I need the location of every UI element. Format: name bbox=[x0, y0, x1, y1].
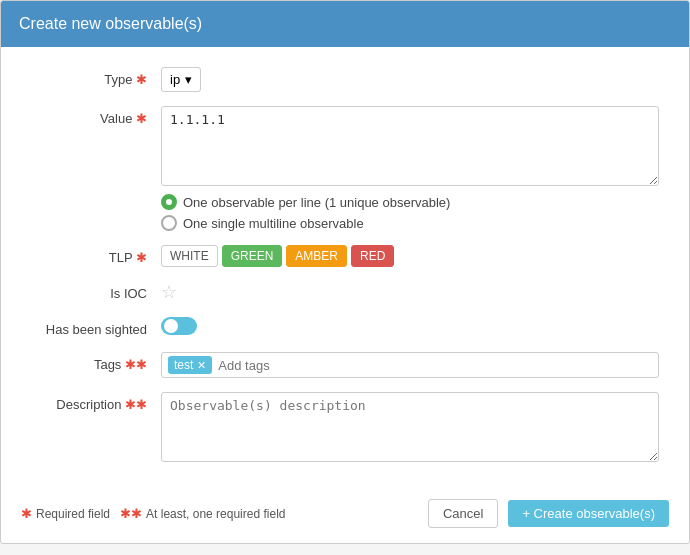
legend-at-least-text: At least, one required field bbox=[146, 507, 285, 521]
tlp-green-button[interactable]: GREEN bbox=[222, 245, 283, 267]
value-control: 1.1.1.1 One observable per line (1 uniqu… bbox=[161, 106, 659, 231]
tag-test-label: test bbox=[174, 358, 193, 372]
legend-required-item: ✱ Required field bbox=[21, 506, 110, 521]
footer-legend: ✱ Required field ✱✱ At least, one requir… bbox=[21, 506, 285, 521]
radio-one-per-line[interactable]: One observable per line (1 unique observ… bbox=[161, 194, 659, 210]
tlp-label: TLP ✱ bbox=[31, 245, 161, 265]
value-row: Value ✱ 1.1.1.1 One observable per line … bbox=[31, 106, 659, 231]
has-been-sighted-row: Has been sighted bbox=[31, 317, 659, 338]
description-control bbox=[161, 392, 659, 465]
type-value: ip bbox=[170, 72, 180, 87]
dropdown-arrow-icon: ▾ bbox=[185, 72, 192, 87]
tlp-white-button[interactable]: WHITE bbox=[161, 245, 218, 267]
modal-body: Type ✱ ip ▾ Value ✱ 1.1.1.1 bbox=[1, 47, 689, 489]
legend-at-least-item: ✱✱ At least, one required field bbox=[120, 506, 285, 521]
cancel-button[interactable]: Cancel bbox=[428, 499, 498, 528]
is-ioc-row: Is IOC ☆ bbox=[31, 281, 659, 303]
legend-required-text: Required field bbox=[36, 507, 110, 521]
tlp-red-button[interactable]: RED bbox=[351, 245, 394, 267]
create-observable-modal: Create new observable(s) Type ✱ ip ▾ Val… bbox=[0, 0, 690, 544]
tlp-control: WHITE GREEN AMBER RED bbox=[161, 245, 659, 267]
value-textarea[interactable]: 1.1.1.1 bbox=[161, 106, 659, 186]
description-row: Description ✱✱ bbox=[31, 392, 659, 465]
is-ioc-control: ☆ bbox=[161, 281, 659, 303]
footer-actions: Cancel + Create observable(s) bbox=[428, 499, 669, 528]
type-label: Type ✱ bbox=[31, 67, 161, 87]
is-ioc-star-icon[interactable]: ☆ bbox=[161, 282, 177, 302]
is-ioc-label: Is IOC bbox=[31, 281, 161, 301]
value-label: Value ✱ bbox=[31, 106, 161, 126]
radio-group: One observable per line (1 unique observ… bbox=[161, 194, 659, 231]
tag-test-remove[interactable]: ✕ bbox=[197, 359, 206, 372]
create-observable-button[interactable]: + Create observable(s) bbox=[508, 500, 669, 527]
radio-multiline[interactable]: One single multiline observable bbox=[161, 215, 659, 231]
tag-test: test ✕ bbox=[168, 356, 212, 374]
legend-required-star: ✱ bbox=[21, 506, 32, 521]
value-required-star: ✱ bbox=[136, 111, 147, 126]
tlp-amber-button[interactable]: AMBER bbox=[286, 245, 347, 267]
tlp-required-star: ✱ bbox=[136, 250, 147, 265]
description-label: Description ✱✱ bbox=[31, 392, 161, 412]
tlp-row: TLP ✱ WHITE GREEN AMBER RED bbox=[31, 245, 659, 267]
type-control: ip ▾ bbox=[161, 67, 659, 92]
description-textarea[interactable] bbox=[161, 392, 659, 462]
tags-add-input[interactable] bbox=[218, 358, 652, 373]
has-been-sighted-control bbox=[161, 317, 659, 338]
tags-row: Tags ✱✱ test ✕ bbox=[31, 352, 659, 378]
description-required-double: ✱✱ bbox=[125, 397, 147, 412]
legend-double-star: ✱✱ bbox=[120, 506, 142, 521]
tags-label: Tags ✱✱ bbox=[31, 352, 161, 372]
toggle-circle bbox=[164, 319, 178, 333]
modal-footer: ✱ Required field ✱✱ At least, one requir… bbox=[1, 489, 689, 543]
type-select-button[interactable]: ip ▾ bbox=[161, 67, 201, 92]
type-required-star: ✱ bbox=[136, 72, 147, 87]
modal-header: Create new observable(s) bbox=[1, 1, 689, 47]
radio-multiline-icon bbox=[161, 215, 177, 231]
radio-one-per-line-icon bbox=[161, 194, 177, 210]
modal-title: Create new observable(s) bbox=[19, 15, 202, 32]
has-been-sighted-toggle[interactable] bbox=[161, 317, 197, 335]
type-row: Type ✱ ip ▾ bbox=[31, 67, 659, 92]
has-been-sighted-label: Has been sighted bbox=[31, 317, 161, 337]
tags-input[interactable]: test ✕ bbox=[161, 352, 659, 378]
tags-required-double: ✱✱ bbox=[125, 357, 147, 372]
